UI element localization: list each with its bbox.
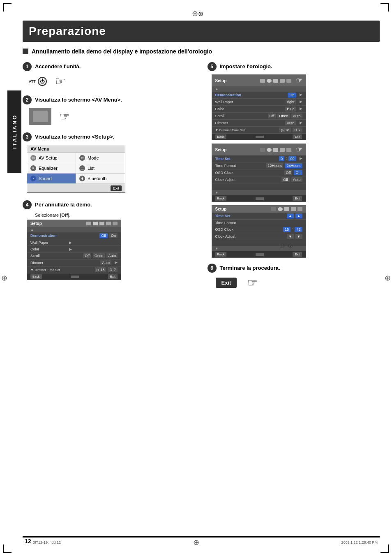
av-exit-button[interactable]: Exit xyxy=(111,185,122,191)
reg-mark-bl xyxy=(3,544,12,553)
setup-5c-timeset: Time Set ▲ ▲ xyxy=(212,213,306,220)
target-mark-bottom xyxy=(193,538,199,547)
setup-icon-1 xyxy=(86,222,91,225)
5a-wallpaper-label: Wall Paper xyxy=(215,100,252,104)
exit-5c[interactable]: Exit xyxy=(293,252,302,257)
back-button-4[interactable]: Back xyxy=(30,274,42,279)
setup-5a-dimmer: Dimmer Auto ▶ xyxy=(212,120,306,127)
bluetooth-icon: ✱ xyxy=(79,176,85,181)
5a-color-label: Color xyxy=(215,107,252,111)
step-5-title: Impostare l'orologio. xyxy=(220,62,272,70)
col-left: 1 Accendere l'unità. ATT ⏻ ☞ 2 Visualizz… xyxy=(23,62,195,295)
setup-panel-4-header: Setup xyxy=(27,220,121,227)
step-3-title: Visualizza lo schermo <Setup>. xyxy=(35,132,114,140)
scroll-ind-5a: ▲ xyxy=(212,86,306,92)
5b-clockadj-label: Clock Adjust xyxy=(215,178,252,182)
step-1: 1 Accendere l'unità. ATT ⏻ ☞ xyxy=(23,62,195,88)
setup-5c-footer: Back Exit xyxy=(212,251,306,257)
step-5-number: 5 xyxy=(208,62,217,71)
equalizer-icon: ≡ xyxy=(30,165,36,171)
col-right: 5 Impostare l'orologio. Setup xyxy=(208,62,380,295)
hand-cursor-6: ☞ xyxy=(247,276,258,290)
setup-panel-4: Setup ▲ Demonstratio xyxy=(27,220,121,280)
reg-mark-br xyxy=(380,544,389,553)
bluetooth-label: Bluetooth xyxy=(88,176,106,181)
back-5a[interactable]: Back xyxy=(215,134,227,139)
setup-5a-dimmertime: ▼ Dimmer Time Set ▷ 18 ⊙ 7 xyxy=(212,127,306,134)
back-5c[interactable]: Back xyxy=(215,252,227,257)
5c-osdclock-label: OSD Clock xyxy=(215,227,252,232)
av-menu-item-bluetooth[interactable]: ✱ Bluetooth xyxy=(76,174,125,184)
si5 xyxy=(286,79,291,83)
setup-5c-timeformat: Time Format xyxy=(212,220,306,226)
att-label: ATT xyxy=(29,79,36,83)
section-header: Annullamento della demo del display e im… xyxy=(23,48,380,55)
5a-color-val: Blue xyxy=(285,107,296,111)
setup-5c-label: Setup xyxy=(215,207,227,211)
setup-header-icons-4 xyxy=(86,222,118,225)
5b-timeset-label: Time Set xyxy=(215,157,252,161)
setup-5b-timeset: Time Set 0 : 00 ▶ xyxy=(212,155,306,162)
step-3-number: 3 xyxy=(23,132,32,141)
hand-cursor-1: ☞ xyxy=(55,74,65,88)
nav-bar xyxy=(71,276,79,278)
scroll-ind-5b: ▼ xyxy=(212,190,306,195)
reg-mark-tr xyxy=(380,3,389,12)
av-menu-icon-illustration xyxy=(29,108,51,125)
color-arrow: ▶ xyxy=(69,247,72,251)
sidebar-italiano: ITALIANO xyxy=(7,90,21,173)
step-4-subtext: Selezionare [Off]. xyxy=(35,213,195,218)
setup-panel-5c: Setup Time Set ▲ ▲ xyxy=(212,205,306,258)
scroll-label: Scroll xyxy=(30,254,67,258)
step-4-header: 4 Per annullare la demo. xyxy=(23,200,195,209)
scroll-indicator: ▲ xyxy=(27,227,121,232)
setup-row-scroll: Scroll Off Once Auto xyxy=(27,253,121,259)
step-1-header: 1 Accendere l'unità. xyxy=(23,62,195,71)
equalizer-label: Equalizer xyxy=(39,166,58,171)
dimmer-arrow: ▶ xyxy=(115,260,118,265)
5a-dimmertime-label: ▼ Dimmer Time Set xyxy=(215,128,252,132)
si3 xyxy=(273,79,278,83)
sound-icon: ♪ xyxy=(30,176,36,181)
step-3: 3 Visualizza lo schermo <Setup>. AV Menu… xyxy=(23,132,195,193)
exit-button-4[interactable]: Exit xyxy=(108,274,118,279)
setup-5a-footer: Back Exit xyxy=(212,134,306,140)
page-number: 12 xyxy=(25,538,31,544)
hand-cursor-2: ☞ xyxy=(60,110,70,123)
5a-dimmer-label: Dimmer xyxy=(215,121,252,125)
setup-icon-5 xyxy=(113,222,118,225)
step-6-number: 6 xyxy=(208,264,217,273)
list-label: List xyxy=(88,166,95,171)
setup-5c-clockadj: Clock Adjust ▼ ▼ xyxy=(212,233,306,240)
dimmer-time-values: ▷ 18 ⊙ 7 xyxy=(95,267,118,272)
back-5b[interactable]: Back xyxy=(215,196,227,201)
step-4-setup-panel: Setup ▲ Demonstratio xyxy=(27,220,195,280)
av-menu-item-avsetup[interactable]: ⚙ AV Setup xyxy=(27,153,76,163)
5c-timeset-label: Time Set xyxy=(215,214,252,218)
exit-5b[interactable]: Exit xyxy=(293,196,302,201)
dimmer-values: Auto ▶ xyxy=(100,260,118,265)
section-icon xyxy=(23,49,28,54)
target-mark-top: ⊕ xyxy=(192,9,200,17)
step-5: 5 Impostare l'orologio. Setup xyxy=(208,62,380,258)
av-menu-item-sound[interactable]: ♪ Sound xyxy=(27,174,76,184)
setup-panel-5b: Setup ☞ Time Set 0 xyxy=(212,144,306,202)
step-1-title: Accendere l'unità. xyxy=(35,62,81,70)
footer-left: 3IT12-19.indd 12 xyxy=(33,540,61,544)
av-menu-item-list[interactable]: ☰ List xyxy=(76,163,125,174)
setup-5a-color: Color Blue ▶ xyxy=(212,106,306,113)
hand-5a: ☞ xyxy=(296,76,302,85)
dimmer-time-val2: ⊙ 7 xyxy=(108,267,118,272)
exit-5a[interactable]: Exit xyxy=(293,134,302,139)
spacer-5b xyxy=(212,183,306,190)
5b-osdclock-label: OSD Clock xyxy=(215,171,252,175)
setup-icon-2 xyxy=(93,222,98,225)
av-menu-item-mode[interactable]: ⚙ Mode xyxy=(76,153,125,163)
wallpaper-arrow: ▶ xyxy=(69,241,72,245)
5c-timeformat-label: Time Format xyxy=(215,221,252,225)
av-menu-item-equalizer[interactable]: ≡ Equalizer xyxy=(27,163,76,174)
hand-5b: ☞ xyxy=(296,145,302,154)
exit-button-large[interactable]: Exit xyxy=(216,278,237,288)
step-5-header: 5 Impostare l'orologio. xyxy=(208,62,380,71)
5a-demo-label: Demonstration xyxy=(215,93,252,97)
